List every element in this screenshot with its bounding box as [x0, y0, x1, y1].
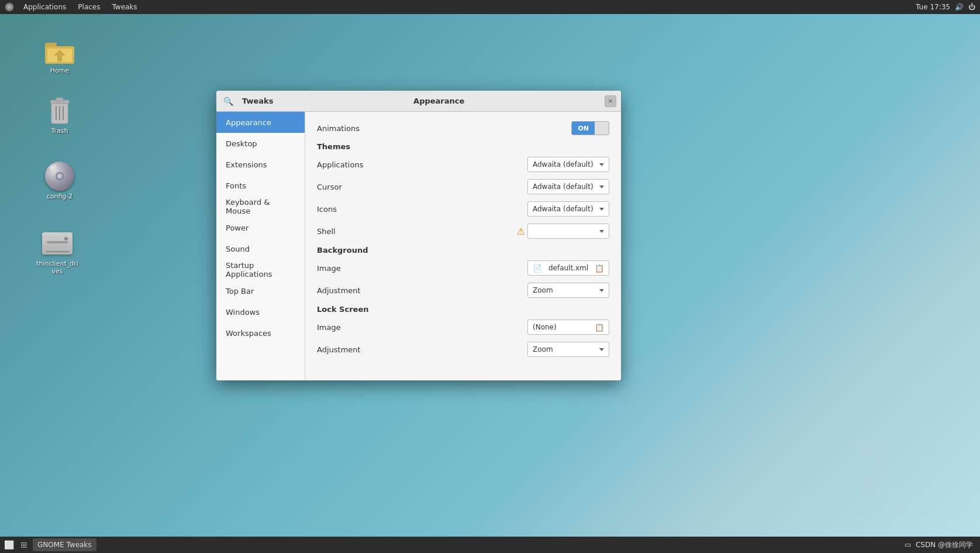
titlebar-left: 🔍 Tweaks	[221, 94, 273, 108]
icons-dropdown-arrow	[599, 208, 604, 211]
icons-theme-value: Adwaita (default)	[533, 205, 593, 213]
desktop-icon-home[interactable]: Home	[36, 35, 83, 75]
dialog-title: Appearance	[413, 97, 464, 105]
sidebar-item-extensions[interactable]: Extensions	[216, 154, 305, 175]
ls-image-label: Image	[317, 323, 341, 332]
top-bar-left: Applications Places Tweaks	[5, 2, 142, 12]
toggle-off-area[interactable]	[595, 122, 609, 135]
top-bar: Applications Places Tweaks Tue 17:35 🔊 ⏻	[0, 0, 980, 14]
home-folder-image	[44, 35, 75, 66]
shell-dropdown-arrow	[599, 230, 604, 233]
taskbar-app-label: GNOME Tweaks	[37, 541, 92, 549]
top-bar-right: Tue 17:35 🔊 ⏻	[916, 3, 975, 11]
gnome-tweaks-taskbar-item[interactable]: GNOME Tweaks	[33, 538, 96, 551]
cursor-theme-label: Cursor	[317, 183, 342, 191]
ls-adj-arrow	[599, 348, 604, 351]
dialog-body: Appearance Desktop Extensions Fonts Keyb…	[216, 112, 621, 380]
animations-label: Animations	[317, 124, 360, 133]
drive-icon-image	[42, 228, 73, 259]
trash-icon-label: Trash	[49, 126, 70, 136]
sidebar-item-startup[interactable]: Startup Applications	[216, 259, 305, 280]
sidebar-item-workspaces[interactable]: Workspaces	[216, 322, 305, 344]
sidebar-item-power[interactable]: Power	[216, 217, 305, 238]
applications-dropdown-arrow	[599, 163, 604, 166]
animations-row: Animations ON	[317, 121, 609, 135]
tweaks-dialog: 🔍 Tweaks Appearance × Appearance Desktop…	[216, 91, 621, 380]
sidebar-item-desktop[interactable]: Desktop	[216, 133, 305, 154]
bg-adj-dropdown[interactable]: Zoom	[527, 283, 609, 298]
sidebar-item-keyboard-mouse[interactable]: Keyboard & Mouse	[216, 196, 305, 217]
ls-adj-dropdown[interactable]: Zoom	[527, 342, 609, 357]
menu-applications[interactable]: Applications	[19, 2, 71, 12]
volume-icon[interactable]: 🔊	[955, 3, 964, 11]
ls-browse-icon[interactable]: 📋	[595, 323, 604, 332]
bg-file-icon: 📄	[533, 264, 542, 273]
applications-theme-row: Applications Adwaita (default)	[317, 157, 609, 172]
bg-image-value: default.xml	[548, 264, 588, 272]
dialog-titlebar: 🔍 Tweaks Appearance ×	[216, 91, 621, 112]
icons-theme-dropdown[interactable]: Adwaita (default)	[527, 201, 609, 217]
bg-browse-icon[interactable]: 📋	[595, 264, 604, 273]
menu-places[interactable]: Places	[73, 2, 105, 12]
sidebar-search-btn[interactable]: 🔍	[221, 94, 235, 108]
system-time: Tue 17:35	[916, 3, 950, 11]
menu-tweaks[interactable]: Tweaks	[107, 2, 142, 12]
toggle-on-label[interactable]: ON	[572, 122, 595, 135]
bg-image-row: Image 📄 default.xml 📋	[317, 260, 609, 276]
bg-adj-value: Zoom	[533, 286, 553, 294]
show-desktop-icon[interactable]: ⬜	[2, 538, 15, 551]
cursor-theme-row: Cursor Adwaita (default)	[317, 179, 609, 194]
cd-icon-image	[44, 161, 75, 191]
background-heading: Background	[317, 246, 609, 255]
icons-theme-row: Icons Adwaita (default)	[317, 201, 609, 217]
appearance-content: Animations ON Themes Applications Adwait…	[305, 112, 621, 380]
ls-image-picker[interactable]: (None) 📋	[527, 320, 609, 335]
apps-grid-icon[interactable]: ⊞	[18, 538, 30, 551]
icons-theme-label: Icons	[317, 205, 337, 214]
applications-theme-label: Applications	[317, 160, 363, 169]
applications-theme-dropdown[interactable]: Adwaita (default)	[527, 157, 609, 172]
lockscreen-heading: Lock Screen	[317, 305, 609, 314]
desktop-icon-thinclient[interactable]: thinclient_drives	[34, 228, 81, 276]
dialog-title-container: Appearance	[273, 97, 605, 105]
taskbar: ⬜ ⊞ GNOME Tweaks ▭ CSDN @徐徐同学	[0, 537, 980, 553]
sidebar: Appearance Desktop Extensions Fonts Keyb…	[216, 112, 305, 380]
bg-adj-label: Adjustment	[317, 286, 361, 295]
animations-toggle[interactable]: ON	[571, 121, 609, 135]
window-icon[interactable]: ▭	[905, 541, 911, 549]
home-icon-label: Home	[48, 66, 71, 75]
sidebar-item-fonts[interactable]: Fonts	[216, 175, 305, 196]
sidebar-item-windows[interactable]: Windows	[216, 301, 305, 322]
trash-icon-image	[44, 95, 75, 126]
cursor-theme-value: Adwaita (default)	[533, 183, 593, 191]
bg-image-picker[interactable]: 📄 default.xml 📋	[527, 260, 609, 276]
svg-rect-9	[56, 98, 63, 101]
desktop-icon-config2[interactable]: config-2	[36, 161, 83, 201]
dialog-close-button[interactable]: ×	[605, 95, 616, 107]
sidebar-item-sound[interactable]: Sound	[216, 238, 305, 259]
shell-theme-dropdown[interactable]	[527, 224, 609, 239]
system-logo	[5, 2, 14, 12]
shell-row-content: ⚠	[517, 224, 609, 239]
power-icon[interactable]: ⏻	[968, 3, 975, 11]
drive-icon-label: thinclient_drives	[34, 259, 81, 276]
applications-theme-value: Adwaita (default)	[533, 160, 593, 169]
centos-text: C E N T O S	[816, 506, 933, 518]
sidebar-item-topbar[interactable]: Top Bar	[216, 280, 305, 301]
sidebar-item-appearance[interactable]: Appearance	[216, 112, 305, 133]
bg-image-label: Image	[317, 264, 341, 273]
centos-number: 7	[816, 435, 933, 506]
desktop-icon-trash[interactable]: Trash	[36, 95, 83, 136]
ls-adj-value: Zoom	[533, 345, 553, 353]
taskbar-right: ▭ CSDN @徐徐同学	[905, 540, 978, 550]
cursor-theme-dropdown[interactable]: Adwaita (default)	[527, 179, 609, 194]
bg-adj-row: Adjustment Zoom	[317, 283, 609, 298]
taskbar-right-label: CSDN @徐徐同学	[916, 540, 973, 550]
svg-rect-6	[57, 54, 62, 61]
ls-image-row: Image (None) 📋	[317, 320, 609, 335]
cd-icon-label: config-2	[44, 191, 75, 201]
ls-adj-label: Adjustment	[317, 345, 361, 354]
shell-warning-icon: ⚠	[517, 226, 525, 237]
shell-theme-row: Shell ⚠	[317, 224, 609, 239]
svg-point-1	[8, 5, 11, 9]
